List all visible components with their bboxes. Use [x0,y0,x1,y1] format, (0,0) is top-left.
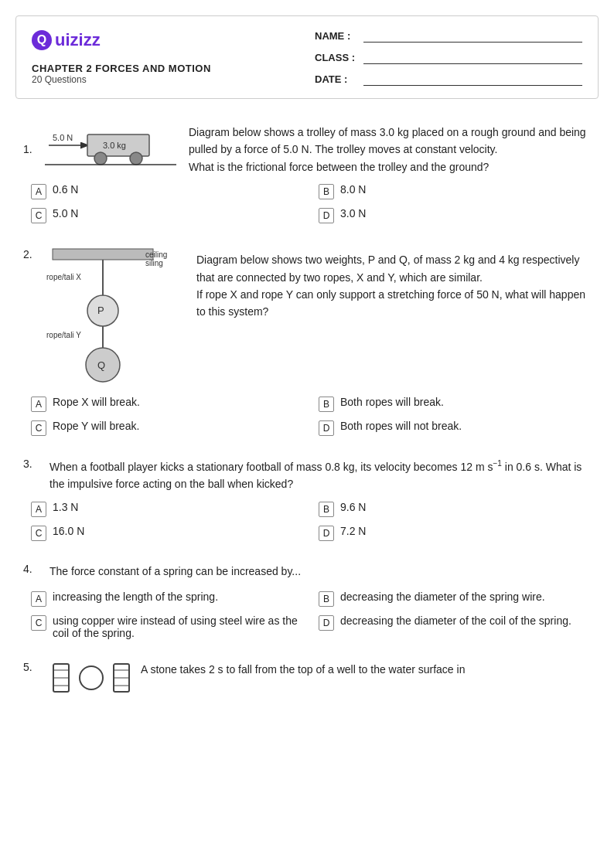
q1-letter-c: C [31,208,46,223]
rope-diagram: ceiling siling rope/tali X P rope/tali Y [45,245,184,388]
q3-text-a: 1.3 N [53,501,78,513]
q3-text-c: 16.0 N [53,525,84,537]
q2-letter-a: A [31,397,46,412]
q2-option-c: C Rope Y will break. [31,420,303,436]
q4-letter-a: A [31,591,46,607]
q4-options: A increasing the length of the spring. B… [31,591,591,639]
q2-image: 2. ceiling siling rope/tali X P [23,245,184,388]
q2-number: 2. [23,248,42,260]
q3-letter-c: C [31,526,46,541]
name-label: NAME : [315,30,357,42]
q4-text-c: using copper wire instead of using steel… [53,614,303,639]
q1-options: A 0.6 N B 8.0 N C 5.0 N D 3.0 N [31,183,591,223]
q3-options: A 1.3 N B 9.6 N C 16.0 N D 7.2 N [31,501,591,541]
q1-text-b: 8.0 N [340,183,366,196]
q4-letter-c: C [31,615,46,631]
svg-text:ceiling: ceiling [145,250,167,259]
name-field-row: NAME : [315,29,582,43]
q4-option-a: A increasing the length of the spring. [31,591,303,607]
q3-letter-d: D [319,526,334,541]
q1-option-c: C 5.0 N [31,207,303,223]
q1-content: 1. 5.0 N 3.0 kg [23,117,591,175]
q1-text-d: 3.0 N [340,207,366,220]
q1-text: Diagram below shows a trolley of mass 3.… [189,124,591,175]
q3-option-c: C 16.0 N [31,525,303,541]
q1-option-a: A 0.6 N [31,183,303,199]
date-line [363,72,582,86]
date-label: DATE : [315,73,357,85]
q1-letter-d: D [319,208,334,223]
q2-letter-b: B [319,397,334,412]
q5-number: 5. [23,661,42,673]
q2-content: 2. ceiling siling rope/tali X P [23,245,591,388]
q3-option-a: A 1.3 N [31,501,303,517]
q2-text: Diagram below shows two weights, P and Q… [196,251,591,321]
question-4: 4. The force constant of a spring can be… [23,563,591,639]
stone-icon-3 [110,662,133,693]
svg-point-5 [130,152,142,165]
question-5: 5. A stone [23,661,591,693]
logo: Q uizizz [32,30,299,50]
question-2: 2. ceiling siling rope/tali X P [23,245,591,436]
q4-letter-d: D [319,615,334,631]
stone-icon-1 [49,662,73,693]
q3-letter-a: A [31,502,46,517]
svg-rect-7 [53,249,153,260]
svg-text:rope/tali X: rope/tali X [46,273,81,281]
chapter-sub: 20 Questions [32,74,299,85]
header-box: Q uizizz CHAPTER 2 FORCES AND MOTION 20 … [15,15,599,99]
logo-q-icon: Q [32,30,52,50]
q4-text: The force constant of a spring can be in… [49,563,591,580]
q2-letter-d: D [319,420,334,436]
q4-option-d: D decreasing the diameter of the coil of… [319,614,591,639]
q3-superscript: −1 [493,459,501,468]
q1-letter-a: A [31,184,46,199]
svg-text:P: P [97,305,104,316]
class-label: CLASS : [315,52,357,63]
q1-text-a: 0.6 N [53,183,78,196]
q3-letter-b: B [319,502,334,517]
q3-option-d: D 7.2 N [319,525,591,541]
class-field-row: CLASS : [315,50,582,64]
q3-text-b: 9.6 N [340,501,366,513]
svg-point-4 [94,152,107,165]
q2-option-a: A Rope X will break. [31,396,303,412]
q4-text-d: decreasing the diameter of the coil of t… [340,614,571,627]
stone-icon-2 [77,664,105,692]
svg-text:3.0 kg: 3.0 kg [103,141,126,150]
q1-text-c: 5.0 N [53,207,78,220]
q3-text-d: 7.2 N [340,525,366,537]
name-line [363,29,582,43]
q2-text-a: Rope X will break. [53,396,140,408]
question-1: 1. 5.0 N 3.0 kg [23,117,591,223]
questions-area: 1. 5.0 N 3.0 kg [15,117,599,693]
q1-image: 1. 5.0 N 3.0 kg [23,117,176,174]
q2-option-d: D Both ropes will not break. [319,420,591,436]
q4-option-b: B decreasing the diameter of the spring … [319,591,591,607]
chapter-title: CHAPTER 2 FORCES AND MOTION [32,63,299,74]
q4-number: 4. [23,563,42,580]
q3-number: 3. [23,458,42,492]
q1-option-d: D 3.0 N [319,207,591,223]
q2-text-c: Rope Y will break. [53,420,139,432]
q1-option-b: B 8.0 N [319,183,591,199]
svg-point-22 [80,666,103,689]
svg-text:5.0 N: 5.0 N [53,133,73,142]
svg-text:siling: siling [145,259,163,267]
q2-text-b: Both ropes will break. [340,396,444,408]
q4-option-c: C using copper wire instead of using ste… [31,614,303,639]
trolley-diagram: 5.0 N 3.0 kg [45,124,176,174]
q1-letter-b: B [319,184,334,199]
q3-text: When a football player kicks a stationar… [49,458,591,492]
q4-text-a: increasing the length of the spring. [53,591,218,603]
q3-option-b: B 9.6 N [319,501,591,517]
q2-text-d: Both ropes will not break. [340,420,462,432]
svg-text:rope/tali Y: rope/tali Y [46,331,81,339]
q1-number: 1. [23,143,42,155]
logo-text: uizizz [55,30,101,50]
date-field-row: DATE : [315,72,582,86]
q2-letter-c: C [31,420,46,436]
class-line [363,50,582,64]
header-right: NAME : CLASS : DATE : [299,29,582,86]
q2-options: A Rope X will break. B Both ropes will b… [31,396,591,436]
